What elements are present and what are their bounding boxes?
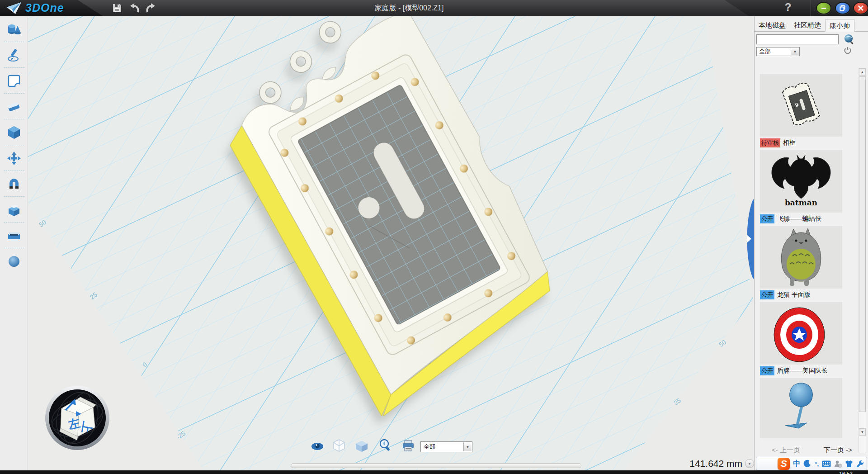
skin-shirt-icon[interactable] [845, 460, 853, 468]
chevron-down-icon[interactable]: ▼ [463, 442, 472, 451]
scroll-up-icon[interactable]: ▲ [859, 68, 866, 76]
status-badge: 公开 [760, 214, 774, 223]
status-badge: 公开 [760, 290, 774, 299]
scrollbar-thumb[interactable] [859, 76, 866, 412]
status-badge: 公开 [760, 366, 774, 375]
minimize-button[interactable] [816, 2, 831, 14]
scroll-down-icon[interactable]: ▼ [859, 428, 866, 436]
batman-text: batman [785, 198, 817, 207]
search-input[interactable] [756, 34, 839, 44]
primitive-solids-icon[interactable] [0, 16, 28, 42]
display-filter-value: 全部 [424, 443, 435, 451]
titlebar: 3DOne 家庭版 - [模型002.Z1] ? [0, 0, 868, 16]
model-list: 待审核 相框 batman 公开 飞镖——蝙蝠侠 [755, 62, 859, 460]
close-button[interactable] [853, 2, 868, 14]
tab-user[interactable]: 康小帅 [825, 19, 854, 32]
sketch-plane-icon[interactable] [0, 68, 28, 94]
item-label: 龙猫 平面版 [777, 291, 811, 299]
list-item[interactable]: batman 公开 飞镖——蝙蝠侠 [760, 150, 842, 223]
moon-icon[interactable] [803, 460, 811, 468]
sogou-ime-bar[interactable]: S 中 °, [756, 457, 867, 470]
ime-lang-toggle[interactable]: 中 [793, 459, 800, 469]
library-sidebar: 本地磁盘 社区精选 康小帅 全部 ▼ [754, 16, 868, 474]
item-label: 相框 [783, 139, 796, 147]
thumb-batman[interactable]: batman [760, 150, 842, 213]
scale-value: 141.642 mm [689, 458, 742, 469]
chevron-down-icon[interactable]: ▼ [791, 48, 799, 55]
sidebar-flyout-handle[interactable] [741, 199, 754, 279]
item-label: 盾牌——美国队长 [777, 367, 828, 375]
sogou-logo[interactable]: S [778, 458, 790, 470]
wireframe-cube-icon[interactable] [332, 439, 346, 452]
scale-indicator: 141.642 mm ▼ [652, 457, 754, 470]
thumb-totoro[interactable] [760, 226, 842, 289]
magnet-snap-icon[interactable] [0, 171, 28, 197]
list-item[interactable]: 公开 盾牌——美国队长 [760, 302, 842, 375]
list-item[interactable]: 公开 龙猫 平面版 [760, 226, 842, 299]
canvas-bottom-handle[interactable] [291, 463, 581, 468]
display-filter-dropdown[interactable]: 全部 ▼ [420, 441, 472, 452]
maximize-button[interactable] [835, 2, 850, 14]
thumb-captain-shield[interactable] [760, 302, 842, 365]
tab-community[interactable]: 社区精选 [790, 19, 825, 31]
visibility-eye-icon[interactable] [311, 441, 324, 452]
list-item[interactable] [760, 378, 842, 438]
redo-button[interactable] [144, 2, 157, 14]
shaded-cube-icon[interactable] [355, 441, 368, 452]
prev-page-button[interactable]: <- 上一页 [772, 446, 800, 455]
search-icon[interactable] [843, 33, 855, 45]
window-title: 家庭版 - [模型002.Z1] [344, 0, 475, 16]
power-icon[interactable] [843, 46, 852, 55]
app-logo-text: 3DOne [25, 1, 64, 14]
solid-feature-icon[interactable] [0, 119, 28, 145]
thumb-goblet[interactable] [760, 378, 842, 438]
next-page-button[interactable]: 下一页 -> [824, 446, 852, 455]
wrench-icon[interactable] [856, 460, 864, 468]
move-transform-icon[interactable] [0, 145, 28, 171]
material-sphere-icon[interactable] [0, 248, 28, 274]
item-label: 飞镖——蝙蝠侠 [777, 215, 821, 223]
help-button[interactable]: ? [781, 1, 795, 15]
clock: 16:53 [839, 471, 853, 474]
view-cube[interactable]: 左 上 [44, 385, 111, 451]
save-button[interactable] [110, 2, 124, 14]
app-logo: 3DOne [6, 1, 64, 14]
paper-plane-icon [6, 2, 22, 14]
status-badge: 待审核 [760, 138, 780, 147]
punctuation-icon[interactable]: °, [815, 460, 819, 467]
viewcube-top-label: 上 [79, 421, 94, 435]
sidebar-tabs: 本地磁盘 社区精选 康小帅 [755, 19, 868, 32]
os-taskbar-strip: 16:53 [0, 470, 868, 474]
list-item[interactable]: 待审核 相框 [760, 74, 842, 147]
category-filter-value: 全部 [759, 47, 771, 56]
left-toolbar [0, 16, 28, 474]
printer-icon[interactable] [401, 440, 415, 452]
sketch-draw-icon[interactable] [0, 42, 28, 68]
modeling-canvas[interactable]: 50 25 0 -25 25 50 [28, 16, 754, 474]
user-icon[interactable] [834, 460, 842, 468]
zoom-magnifier-icon[interactable] [379, 439, 392, 452]
tab-local-disk[interactable]: 本地磁盘 [755, 19, 790, 31]
thumb-photo-frame[interactable] [760, 74, 842, 137]
assembly-box-icon[interactable] [0, 197, 28, 223]
eraser-icon[interactable] [0, 94, 28, 119]
keyboard-icon[interactable] [822, 460, 831, 467]
category-filter-dropdown[interactable]: 全部 ▼ [756, 47, 800, 56]
toolbox-icon[interactable] [0, 223, 28, 248]
sidebar-scrollbar[interactable]: ▲ ▼ [859, 68, 866, 453]
scale-dropdown-icon[interactable]: ▼ [745, 459, 754, 468]
titlebar-separator [811, 0, 811, 16]
undo-button[interactable] [128, 2, 142, 14]
